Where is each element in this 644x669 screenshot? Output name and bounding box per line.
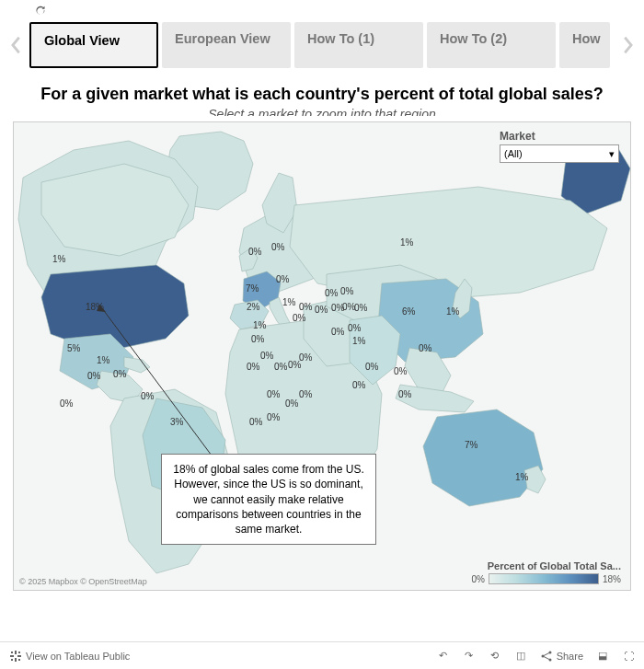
- tab-howto-3[interactable]: How: [559, 22, 610, 68]
- fullscreen-button[interactable]: ⛶: [622, 650, 635, 663]
- svg-rect-3: [15, 658, 17, 662]
- tab-label: Global View: [44, 33, 120, 49]
- tab-label: How: [572, 31, 601, 47]
- toolbar-view-label: View on Tableau Public: [26, 651, 130, 662]
- legend-max: 18%: [603, 574, 621, 584]
- legend-min: 0%: [472, 574, 485, 584]
- market-filter-label: Market: [500, 130, 619, 143]
- tab-european-view[interactable]: European View: [162, 22, 291, 68]
- redo-button[interactable]: ↷: [463, 650, 476, 663]
- legend-title: Percent of Global Total Sa...: [472, 560, 621, 571]
- download-icon: ⬓: [596, 650, 609, 663]
- chevron-down-icon: ▾: [609, 148, 615, 160]
- tab-howto-2[interactable]: How To (2): [427, 22, 556, 68]
- color-legend: Percent of Global Total Sa... 0% 18%: [472, 560, 621, 584]
- tableau-logo-icon: [9, 650, 22, 663]
- bottom-toolbar: View on Tableau Public ↶ ↷ ⟲ ◫ Share ⬓ ⛶: [0, 641, 644, 669]
- tab-global-view[interactable]: Global View: [29, 22, 158, 68]
- pause-icon: ◫: [514, 650, 527, 663]
- download-button[interactable]: ⬓: [596, 650, 609, 663]
- map-attribution: © 2025 Mapbox © OpenStreetMap: [19, 577, 147, 586]
- market-filter-value: (All): [504, 148, 523, 159]
- svg-rect-9: [18, 659, 20, 661]
- market-filter-select[interactable]: (All) ▾: [500, 144, 619, 163]
- svg-rect-8: [11, 659, 13, 661]
- tab-howto-1[interactable]: How To (1): [294, 22, 423, 68]
- undo-button[interactable]: ↶: [437, 650, 450, 663]
- redo-icon: ↷: [463, 650, 476, 663]
- undo-icon: ↶: [437, 650, 450, 663]
- page-subtitle: Select a market to zoom into that region: [28, 107, 616, 116]
- toolbar-share-label: Share: [557, 651, 583, 662]
- map-annotation: 18% of global sales come from the US. Ho…: [161, 454, 376, 545]
- pause-button[interactable]: ◫: [514, 650, 527, 663]
- tabs: Global View European View How To (1) How…: [29, 22, 615, 68]
- map-viewport[interactable]: Market (All) ▾: [13, 121, 631, 591]
- tab-label: How To (2): [440, 31, 507, 47]
- svg-rect-4: [10, 655, 14, 657]
- refresh-icon[interactable]: [35, 4, 46, 15]
- fullscreen-icon: ⛶: [622, 650, 635, 663]
- view-on-tableau-public-button[interactable]: View on Tableau Public: [9, 650, 130, 663]
- tabs-scroll-left[interactable]: [4, 22, 29, 68]
- revert-button[interactable]: ⟲: [489, 650, 501, 663]
- svg-rect-2: [15, 651, 17, 654]
- share-button[interactable]: Share: [540, 650, 583, 663]
- tabs-scroll-right[interactable]: [615, 22, 640, 68]
- tab-label: European View: [175, 31, 270, 47]
- svg-rect-5: [17, 655, 21, 657]
- share-icon: [540, 650, 553, 663]
- svg-rect-7: [18, 652, 20, 653]
- tab-label: How To (1): [307, 31, 374, 47]
- page-title: For a given market what is each country'…: [28, 83, 616, 105]
- svg-rect-6: [11, 652, 13, 653]
- revert-icon: ⟲: [489, 650, 501, 663]
- legend-gradient: [489, 573, 599, 584]
